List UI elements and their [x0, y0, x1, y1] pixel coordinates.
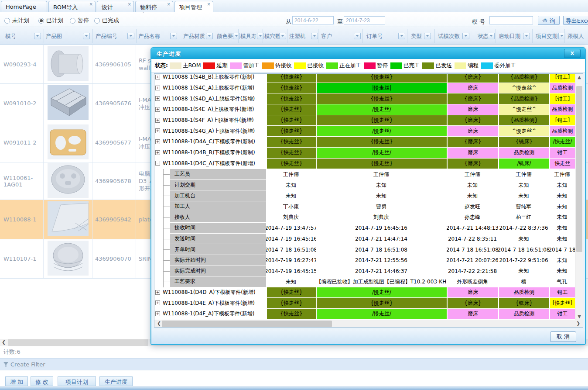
- process-row[interactable]: +W110088-1(D4E_A)下模板零件(新增){快走丝}{慢走丝}{磨床}…: [154, 298, 575, 309]
- filter-dropdown-icon[interactable]: [424, 33, 431, 39]
- process-row[interactable]: +W110088-1(S4C_A)上脱板零件(新增){快走丝}|慢走丝|磨床^慢…: [154, 83, 575, 94]
- process-row[interactable]: +W110088-1(S4G_A)上脱板零件(新增){快走丝}/慢走丝/磨床^慢…: [154, 126, 575, 137]
- part-node[interactable]: +W110088-1(D4A_C)下模板零件(新制): [154, 137, 266, 147]
- column-header-产品材质[interactable]: 产品材质: [183, 33, 205, 40]
- filter-dropdown-icon[interactable]: [170, 33, 177, 39]
- collapse-icon[interactable]: -: [155, 161, 160, 166]
- column-header-订单号[interactable]: 订单号: [366, 33, 383, 40]
- process-row[interactable]: +W110088-1(S4E_A)上脱板零件(新增){快走丝}/慢走丝/磨床^慢…: [154, 104, 575, 115]
- scroll-left-icon[interactable]: ❮: [0, 339, 7, 346]
- query-button[interactable]: 查 询: [538, 16, 560, 25]
- scrollbar-thumb[interactable]: [8, 339, 148, 346]
- column-header-产品名称[interactable]: 产品名称: [138, 33, 160, 40]
- scrollbar-thumb[interactable]: [162, 321, 332, 327]
- create-filter-link[interactable]: Create Filter: [10, 361, 45, 368]
- part-node[interactable]: +W110088-1(D4D_A)下模板零件(新增): [154, 287, 266, 298]
- radio-circle-icon[interactable]: [38, 18, 44, 24]
- filter-dropdown-icon[interactable]: [206, 33, 213, 39]
- process-row[interactable]: +W110088-1(S4D_A)上脱板零件(新增){快走丝}{慢走丝}{磨床}…: [154, 93, 575, 104]
- scroll-right-icon[interactable]: ❯: [574, 320, 582, 328]
- part-node[interactable]: +W110088-1(D4B_B)下模板零件(新制): [154, 148, 266, 158]
- column-header-试模次数[interactable]: 试模次数: [438, 33, 460, 40]
- expand-icon[interactable]: +: [155, 86, 160, 90]
- close-tab-icon[interactable]: ×: [167, 2, 171, 7]
- tab-设计BOM[interactable]: 设计BOM×: [97, 1, 134, 12]
- filter-dropdown-icon[interactable]: [233, 33, 240, 39]
- expand-icon[interactable]: +: [155, 75, 160, 79]
- scrollbar-thumb[interactable]: [576, 86, 582, 252]
- action-button-生产进度[interactable]: 生产进度: [99, 376, 133, 386]
- column-header-产品图[interactable]: 产品图: [46, 33, 62, 40]
- date-to-input[interactable]: [344, 16, 385, 24]
- grid-horizontal-scrollbar[interactable]: ❮ ❯: [154, 320, 583, 327]
- column-header-项目交期[interactable]: 项目交期: [536, 33, 557, 40]
- filter-dropdown-icon[interactable]: [354, 33, 361, 39]
- expand-icon[interactable]: +: [155, 96, 160, 101]
- part-node[interactable]: +W110088-1(S4B_B)上脱板零件(新制): [154, 74, 266, 83]
- tab-物料停止[interactable]: 物料停止×: [135, 1, 173, 12]
- filter-dropdown-icon[interactable]: [127, 33, 134, 39]
- tab-HomePage[interactable]: HomePage: [1, 1, 47, 12]
- column-header-模号[interactable]: 模号: [5, 33, 16, 40]
- filter-dropdown-icon[interactable]: [311, 33, 318, 39]
- action-button-增加[interactable]: 增 加: [5, 376, 28, 386]
- column-header-产品编号[interactable]: 产品编号: [96, 33, 117, 40]
- radio-circle-icon[interactable]: [4, 18, 10, 24]
- date-from-input[interactable]: [292, 16, 334, 24]
- filter-dropdown-icon[interactable]: [462, 33, 469, 39]
- close-button[interactable]: X: [564, 49, 581, 58]
- radio-circle-icon[interactable]: [94, 18, 100, 24]
- column-header-跟模人[interactable]: 跟模人: [567, 33, 584, 40]
- part-node[interactable]: +W110088-1(S4G_A)上脱板零件(新增): [154, 126, 266, 136]
- filter-dropdown-icon[interactable]: [83, 33, 90, 39]
- cancel-button[interactable]: 取 消: [550, 331, 576, 342]
- part-node[interactable]: +W110088-1(S4E_A)上脱板零件(新增): [154, 104, 266, 115]
- radio-未计划[interactable]: 未计划: [4, 17, 29, 23]
- expand-icon[interactable]: +: [155, 118, 160, 123]
- expand-icon[interactable]: +: [155, 107, 160, 112]
- part-node[interactable]: +W110088-1(S4D_A)上脱板零件(新增): [154, 93, 266, 104]
- action-button-修改[interactable]: 修 改: [31, 376, 53, 386]
- grid-vertical-scrollbar[interactable]: ▲ ▼: [575, 74, 583, 320]
- filter-dropdown-icon[interactable]: [488, 33, 495, 39]
- close-tab-icon[interactable]: ×: [89, 2, 93, 7]
- expand-icon[interactable]: +: [155, 150, 160, 155]
- mold-no-input[interactable]: [489, 16, 533, 24]
- filter-dropdown-icon[interactable]: [523, 33, 530, 39]
- action-button-项目计划[interactable]: 项目计划: [58, 376, 96, 386]
- column-header-模穴数[interactable]: 模穴数: [264, 33, 281, 40]
- close-tab-icon[interactable]: ×: [128, 2, 131, 7]
- process-row[interactable]: +W110088-1(D4A_C)下模板零件(新制){快走丝}{慢走丝}{磨床}…: [154, 137, 575, 148]
- radio-已完成[interactable]: 已完成: [94, 17, 119, 23]
- column-header-启动日期[interactable]: 启动日期: [499, 33, 520, 40]
- column-header-客户[interactable]: 客户: [321, 33, 332, 40]
- dialog-titlebar[interactable]: 生产进度 X: [151, 48, 585, 59]
- expand-icon[interactable]: +: [155, 290, 160, 295]
- part-node[interactable]: -W110088-1(D4C_A)下模板零件(新增): [154, 159, 266, 169]
- process-row[interactable]: +W110088-1(D4D_A)下模板零件(新增){快走丝}/慢走丝/磨床品质…: [154, 287, 575, 298]
- radio-已计划[interactable]: 已计划: [38, 17, 63, 23]
- process-row[interactable]: +W110088-1(D4F_A)下模板零件(新增){快走丝}/慢走丝/磨床品质…: [154, 309, 575, 320]
- filter-dropdown-icon[interactable]: [398, 33, 405, 39]
- part-node[interactable]: +W110088-1(D4E_A)下模板零件(新增): [154, 298, 266, 308]
- column-header-状态[interactable]: 状态: [478, 33, 489, 40]
- tab-项目管理[interactable]: 项目管理×: [174, 1, 213, 12]
- column-header-注塑机[interactable]: 注塑机: [289, 33, 306, 40]
- radio-circle-icon[interactable]: [70, 18, 75, 24]
- filter-dropdown-icon[interactable]: [34, 33, 41, 39]
- part-node[interactable]: +W110088-1(S4C_A)上脱板零件(新增): [154, 83, 266, 93]
- scroll-down-icon[interactable]: ▼: [575, 313, 583, 320]
- close-tab-icon[interactable]: ×: [207, 2, 211, 7]
- expand-icon[interactable]: +: [155, 139, 160, 144]
- export-excel-button[interactable]: 导出Excel: [563, 16, 588, 25]
- expand-icon[interactable]: +: [155, 128, 160, 133]
- process-row[interactable]: +W110088-1(S4F_A)上脱板零件(新增){快走丝}{慢走丝}{磨床}…: [154, 115, 575, 126]
- part-node[interactable]: +W110088-1(S4F_A)上脱板零件(新增): [154, 115, 266, 126]
- filter-dropdown-icon[interactable]: [279, 33, 286, 39]
- column-header-类型[interactable]: 类型: [411, 33, 422, 40]
- process-row[interactable]: +W110088-1(S4B_B)上脱板零件(新制){快走丝}{慢走丝}{磨床}…: [154, 74, 575, 83]
- part-node[interactable]: +W110088-1(D4F_A)下模板零件(新增): [154, 309, 266, 319]
- process-row[interactable]: +W110088-1(D4B_B)下模板零件(新制){快走丝}/慢走丝/磨床品质…: [154, 148, 575, 159]
- scroll-up-icon[interactable]: ▲: [575, 74, 583, 81]
- radio-暂停[interactable]: 暂停: [70, 17, 89, 23]
